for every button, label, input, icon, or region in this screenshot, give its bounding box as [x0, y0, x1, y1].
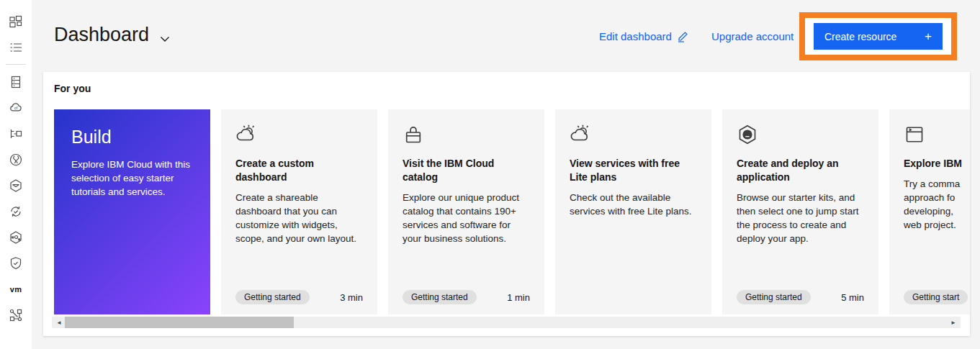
- left-nav: cf: [0, 0, 32, 349]
- sidebar-item-vmware[interactable]: vm: [0, 276, 32, 302]
- card-create-deploy-app[interactable]: Create and deploy an application Browse …: [722, 109, 878, 314]
- card-footer: Getting start: [904, 290, 970, 304]
- card-lite-plans[interactable]: View services with free Lite plans Check…: [555, 109, 711, 314]
- sidebar-item-services[interactable]: [0, 199, 32, 225]
- card-build[interactable]: Build Explore IBM Cloud with this select…: [54, 109, 210, 314]
- sidebar-item-security[interactable]: [0, 250, 32, 276]
- card-body: Browse our starter kits, and then select…: [737, 191, 864, 245]
- card-title: Create and deploy an application: [737, 157, 864, 184]
- catalog-bag-icon: [403, 124, 424, 145]
- annotation-highlight-box: Create resource +: [799, 12, 957, 60]
- infrastructure-icon: [9, 127, 23, 141]
- upgrade-account-link[interactable]: Upgrade account: [711, 30, 794, 42]
- card-body-line: web project.: [904, 218, 970, 232]
- card-footer: Getting started 1 min: [403, 290, 530, 304]
- card-visit-catalog[interactable]: Visit the IBM Cloud catalog Explore our …: [388, 109, 544, 314]
- sidebar-item-resource-list[interactable]: [0, 35, 32, 60]
- cloud-foundry-icon: cf: [9, 101, 23, 115]
- chevron-down-icon: [160, 36, 170, 42]
- card-explore-ibm-cli[interactable]: Explore IBM Try a comma approach fo deve…: [889, 109, 970, 314]
- card-create-custom-dashboard[interactable]: Create a custom dashboard Create a share…: [221, 109, 377, 314]
- sidebar-item-instances[interactable]: [0, 69, 32, 95]
- dashboard-switcher[interactable]: [160, 32, 170, 45]
- sidebar-item-kubernetes[interactable]: [0, 225, 32, 250]
- scroll-right-arrow[interactable]: ►: [948, 317, 959, 328]
- create-resource-label: Create resource: [824, 31, 896, 42]
- application-starter-icon: [737, 124, 758, 145]
- sidebar-item-dashboard[interactable]: [0, 9, 32, 35]
- pencil-icon: [677, 30, 689, 42]
- cards-row: Build Explore IBM Cloud with this select…: [54, 109, 970, 314]
- card-body: Explore IBM Cloud with this selection of…: [71, 158, 193, 199]
- getting-started-badge: Getting start: [904, 290, 968, 304]
- edit-dashboard-link[interactable]: Edit dashboard: [599, 30, 689, 42]
- getting-started-badge: Getting started: [737, 290, 811, 304]
- for-you-panel: For you Build Explore IBM Cloud with thi…: [43, 72, 970, 336]
- shield-check-icon: [9, 256, 23, 271]
- functions-icon: [9, 153, 23, 167]
- list-icon: [9, 40, 23, 55]
- sidebar-divider: [6, 64, 26, 65]
- card-footer: Getting started 3 min: [235, 290, 363, 304]
- kubernetes-icon: [9, 230, 23, 245]
- horizontal-scrollbar[interactable]: ◄ ►: [52, 317, 961, 328]
- card-body: Explore our unique product catalog that …: [403, 191, 530, 245]
- partly-cloudy-icon: [570, 124, 591, 145]
- duration-label: 1 min: [507, 292, 530, 303]
- card-body: Create a shareable dashboard that you ca…: [235, 191, 363, 245]
- sidebar-item-interconnect[interactable]: [0, 302, 32, 328]
- sidebar-item-functions[interactable]: [0, 147, 32, 173]
- network-graph-icon: [9, 308, 23, 322]
- card-body-line: approach fo: [904, 191, 970, 204]
- card-title: Create a custom dashboard: [235, 157, 363, 184]
- upgrade-account-label: Upgrade account: [711, 30, 794, 42]
- dashboard-grid-icon: [9, 14, 23, 29]
- card-body: Check out the available services with fr…: [570, 191, 697, 218]
- page-title: Dashboard: [54, 24, 149, 46]
- sidebar-item-infrastructure[interactable]: [0, 121, 32, 147]
- create-resource-button[interactable]: Create resource +: [814, 23, 943, 50]
- terminal-icon: [904, 124, 925, 145]
- section-title: For you: [54, 83, 91, 94]
- card-title: Visit the IBM Cloud catalog: [403, 157, 530, 184]
- partly-cloudy-icon: [235, 124, 257, 145]
- server-rack-icon: [9, 75, 23, 89]
- edit-dashboard-label: Edit dashboard: [599, 30, 672, 42]
- scroll-left-arrow[interactable]: ◄: [53, 317, 65, 328]
- plus-icon: +: [925, 30, 932, 44]
- card-body-line: Try a comma: [904, 177, 970, 191]
- package-hexagon-icon: [9, 178, 23, 193]
- card-body-line: developing,: [904, 204, 970, 218]
- cf-label: cf: [14, 106, 18, 110]
- sidebar-item-apps[interactable]: [0, 173, 32, 199]
- scrollbar-thumb[interactable]: [65, 317, 294, 328]
- sidebar-item-cloud-foundry[interactable]: cf: [0, 95, 32, 121]
- getting-started-badge: Getting started: [235, 290, 310, 304]
- duration-label: 5 min: [841, 292, 864, 303]
- duration-label: 3 min: [340, 292, 363, 303]
- card-title: View services with free Lite plans: [570, 157, 697, 184]
- vmware-label: vm: [10, 285, 22, 294]
- card-title: Explore IBM: [904, 157, 970, 171]
- getting-started-badge: Getting started: [403, 290, 477, 304]
- card-title: Build: [71, 127, 193, 148]
- card-footer: Getting started 5 min: [737, 290, 864, 304]
- sync-check-icon: [9, 204, 23, 219]
